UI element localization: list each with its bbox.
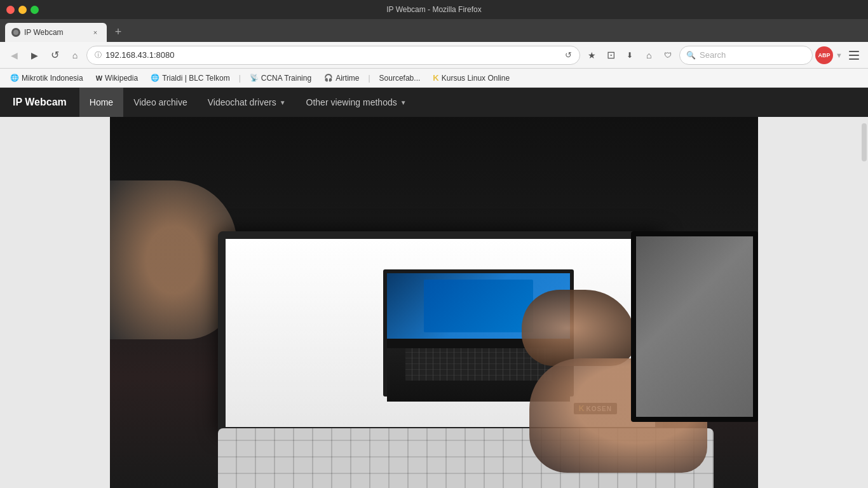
bookmark-sourcefab-label: Sourcefab...	[379, 74, 421, 83]
download-button[interactable]: ⬇	[621, 46, 639, 64]
webcam-feed: KKOSEN KKOSEN	[110, 117, 758, 488]
home-button[interactable]: ⌂	[66, 46, 84, 64]
right-monitor-screen	[636, 236, 753, 417]
window-title: IP Webcam - Mozilla Firefox	[44, 5, 824, 14]
videochat-dropdown-icon: ▼	[280, 99, 286, 106]
menu-line-2	[849, 55, 859, 56]
adblock-dropdown-arrow[interactable]: ▼	[836, 51, 843, 59]
nav-home-label: Home	[90, 97, 113, 107]
search-bar[interactable]: 🔍 Search	[679, 46, 813, 65]
bookmark-trialdi-label: Trialdi | BLC Telkom	[162, 74, 229, 83]
star-button[interactable]: ★	[583, 46, 600, 64]
nav-video-archive[interactable]: Video archive	[123, 88, 198, 117]
mikrotik-icon: 🌐	[10, 74, 19, 82]
trialdi-icon: 🌐	[151, 74, 159, 82]
adblock-button[interactable]: ABP	[815, 46, 833, 64]
right-monitor	[631, 231, 758, 422]
active-tab[interactable]: IP Webcam ×	[5, 23, 107, 42]
minimize-button[interactable]	[18, 6, 27, 14]
bookmark-trialdi[interactable]: 🌐 Trialdi | BLC Telkom	[146, 72, 234, 85]
app-logo: IP Webcam	[13, 97, 67, 108]
forward-button[interactable]: ▶	[25, 46, 43, 64]
webcam-background: KKOSEN KKOSEN	[110, 117, 758, 488]
pocket-button[interactable]: ⊡	[602, 46, 620, 64]
tab-close-button[interactable]: ×	[90, 27, 100, 37]
menu-line-3	[849, 58, 859, 60]
maximize-button[interactable]	[31, 6, 39, 14]
tab-favicon	[11, 28, 20, 37]
bookmark-kursus-label: Kursus Linux Online	[442, 74, 510, 83]
close-button[interactable]	[6, 6, 15, 14]
main-content: KKOSEN KKOSEN	[0, 117, 868, 488]
navbar: ◀ ▶ ↺ ⌂ ⓘ 192.168.43.1:8080 ↺ ★ ⊡ ⬇ ⌂ 🛡 …	[0, 42, 868, 69]
bookmark-ccna[interactable]: 📡 CCNA Training	[245, 72, 316, 85]
bookmark-airtime[interactable]: 🎧 Airtime	[319, 72, 364, 85]
ccna-icon: 📡	[250, 74, 259, 82]
nav-videochat-drivers[interactable]: Videochat drivers ▼	[198, 88, 296, 117]
bookmarks-bar: 🌐 Mikrotik Indonesia W Wikipedia 🌐 Trial…	[0, 69, 868, 88]
airtime-icon: 🎧	[324, 74, 333, 82]
bookmark-wikipedia[interactable]: W Wikipedia	[91, 72, 143, 85]
home2-button[interactable]: ⌂	[640, 46, 658, 64]
menu-line-1	[849, 51, 859, 52]
bookmark-separator-2: |	[367, 74, 371, 83]
address-lock-icon: ⓘ	[95, 50, 102, 60]
bookmark-mikrotik-label: Mikrotik Indonesia	[22, 74, 83, 83]
nav-videochat-drivers-label: Videochat drivers	[208, 97, 276, 107]
address-url: 192.168.43.1:8080	[105, 50, 561, 60]
kursus-icon: K	[433, 73, 438, 83]
nav-other-viewing[interactable]: Other viewing methods ▼	[296, 88, 417, 117]
nav-other-viewing-label: Other viewing methods	[306, 97, 397, 107]
reload-button[interactable]: ↺	[46, 46, 64, 64]
tabbar: IP Webcam × +	[0, 19, 868, 42]
shield-button[interactable]: 🛡	[659, 46, 677, 64]
search-icon: 🔍	[686, 51, 696, 60]
bookmark-kursus[interactable]: K Kursus Linux Online	[428, 71, 515, 85]
back-button[interactable]: ◀	[5, 46, 23, 64]
other-viewing-dropdown-icon: ▼	[400, 99, 407, 106]
tab-label: IP Webcam	[24, 28, 86, 37]
bookmark-wikipedia-label: Wikipedia	[105, 74, 138, 83]
nav-icons: ★ ⊡ ⬇ ⌂ 🛡	[583, 46, 677, 64]
titlebar: IP Webcam - Mozilla Firefox	[0, 0, 868, 19]
app-navigation: IP Webcam Home Video archive Videochat d…	[0, 88, 868, 117]
bookmark-sourcefab[interactable]: Sourcefab...	[374, 72, 426, 85]
wikipedia-icon: W	[96, 74, 102, 82]
bookmark-ccna-label: CCNA Training	[261, 74, 311, 83]
address-bar[interactable]: ⓘ 192.168.43.1:8080 ↺	[86, 46, 580, 65]
bookmark-airtime-label: Airtime	[336, 74, 359, 83]
address-reload-icon[interactable]: ↺	[565, 50, 572, 60]
nav-home[interactable]: Home	[79, 88, 123, 117]
menu-button[interactable]	[845, 46, 863, 64]
bookmark-separator-1: |	[238, 74, 242, 83]
bookmark-mikrotik[interactable]: 🌐 Mikrotik Indonesia	[5, 72, 88, 85]
nav-video-archive-label: Video archive	[133, 97, 187, 107]
search-placeholder: Search	[700, 50, 806, 60]
scrollbar[interactable]	[860, 117, 868, 488]
new-tab-button[interactable]: +	[109, 23, 127, 41]
scrollbar-thumb[interactable]	[862, 123, 867, 161]
